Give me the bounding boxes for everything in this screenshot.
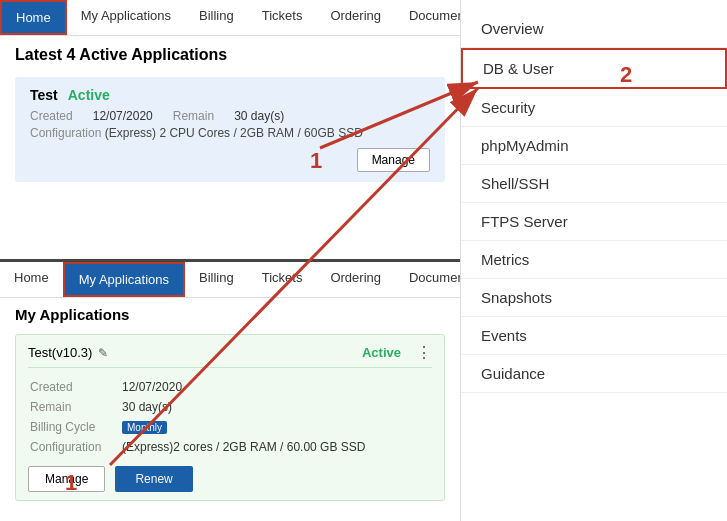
nav-my-applications-top[interactable]: My Applications <box>67 0 185 35</box>
nav-my-applications-bottom[interactable]: My Applications <box>63 262 185 297</box>
top-section-title: Latest 4 Active Applications <box>0 36 460 72</box>
config-value-top: (Express) 2 CPU Cores / 2GB RAM / 60GB S… <box>105 126 363 140</box>
created-value-top: 12/07/2020 <box>93 109 153 123</box>
card-actions: Manage Renew <box>28 466 432 492</box>
app-card-top: Test Active Created 12/07/2020 Remain 30… <box>15 77 445 182</box>
page-wrapper: Home My Applications Billing Tickets Ord… <box>0 0 727 521</box>
created-value-bottom: 12/07/2020 <box>122 378 430 396</box>
menu-item-ftps-server[interactable]: FTPS Server <box>461 203 727 241</box>
billing-label-bottom: Billing Cycle <box>30 418 120 436</box>
renew-button[interactable]: Renew <box>115 466 192 492</box>
table-row-remain: Remain 30 day(s) <box>30 398 430 416</box>
edit-icon[interactable]: ✎ <box>98 346 108 360</box>
left-panel: Home My Applications Billing Tickets Ord… <box>0 0 460 521</box>
table-row-config: Configuration (Express)2 cores / 2GB RAM… <box>30 438 430 456</box>
menu-item-db-user[interactable]: DB & User <box>461 48 727 89</box>
remain-value-bottom: 30 day(s) <box>122 398 430 416</box>
remain-value-top: 30 day(s) <box>234 109 284 123</box>
table-row-created: Created 12/07/2020 <box>30 378 430 396</box>
app-info-created-top: Created 12/07/2020 Remain 30 day(s) <box>30 109 430 123</box>
nav-tickets-bottom[interactable]: Tickets <box>248 262 317 297</box>
monthly-badge: Monthly <box>122 421 167 434</box>
menu-item-snapshots[interactable]: Snapshots <box>461 279 727 317</box>
remain-label-bottom: Remain <box>30 398 120 416</box>
created-label-bottom: Created <box>30 378 120 396</box>
menu-item-guidance[interactable]: Guidance <box>461 355 727 393</box>
menu-item-phpmyadmin[interactable]: phpMyAdmin <box>461 127 727 165</box>
manage-btn-row-top: Manage <box>30 148 430 172</box>
detail-table: Created 12/07/2020 Remain 30 day(s) Bill… <box>28 376 432 458</box>
menu-item-overview[interactable]: Overview <box>461 10 727 48</box>
app-name-bottom: Test(v10.3) <box>28 345 92 360</box>
nav-home-bottom[interactable]: Home <box>0 262 63 297</box>
app-name-edit: Test(v10.3) ✎ <box>28 345 108 360</box>
nav-docs-bottom[interactable]: Documenta... <box>395 262 460 297</box>
menu-item-events[interactable]: Events <box>461 317 727 355</box>
manage-button-bottom[interactable]: Manage <box>28 466 105 492</box>
config-value-bottom: (Express)2 cores / 2GB RAM / 60.00 GB SS… <box>122 438 430 456</box>
card-header-right: Active ⋮ <box>362 343 432 362</box>
remain-label-top: Remain <box>173 109 214 123</box>
top-section: Home My Applications Billing Tickets Ord… <box>0 0 460 262</box>
app-card-bottom: Test(v10.3) ✎ Active ⋮ Created 12/07/202… <box>15 334 445 501</box>
menu-item-security[interactable]: Security <box>461 89 727 127</box>
config-label-top: Configuration <box>30 126 101 140</box>
config-label-bottom: Configuration <box>30 438 120 456</box>
app-header-top: Test Active <box>30 87 430 103</box>
nav-billing-bottom[interactable]: Billing <box>185 262 248 297</box>
app-status-bottom: Active <box>362 345 401 360</box>
card-header-bottom: Test(v10.3) ✎ Active ⋮ <box>28 343 432 368</box>
right-panel: Overview DB & User Security phpMyAdmin S… <box>460 0 727 521</box>
nav-docs-top[interactable]: Documenta... <box>395 0 460 35</box>
bottom-section-title: My Applications <box>0 298 460 329</box>
panels: Home My Applications Billing Tickets Ord… <box>0 0 727 521</box>
nav-ordering-top[interactable]: Ordering <box>316 0 395 35</box>
nav-home-top[interactable]: Home <box>0 0 67 35</box>
config-row-top: Configuration (Express) 2 CPU Cores / 2G… <box>30 126 430 140</box>
nav-ordering-bottom[interactable]: Ordering <box>316 262 395 297</box>
manage-button-top[interactable]: Manage <box>357 148 430 172</box>
created-label-top: Created <box>30 109 73 123</box>
app-status-top: Active <box>68 87 110 103</box>
top-nav-bar: Home My Applications Billing Tickets Ord… <box>0 0 460 36</box>
bottom-nav-bar: Home My Applications Billing Tickets Ord… <box>0 262 460 298</box>
table-row-billing: Billing Cycle Monthly <box>30 418 430 436</box>
menu-item-shell-ssh[interactable]: Shell/SSH <box>461 165 727 203</box>
billing-value-bottom: Monthly <box>122 418 430 436</box>
nav-tickets-top[interactable]: Tickets <box>248 0 317 35</box>
nav-billing-top[interactable]: Billing <box>185 0 248 35</box>
app-name-top: Test <box>30 87 58 103</box>
menu-item-metrics[interactable]: Metrics <box>461 241 727 279</box>
dots-menu[interactable]: ⋮ <box>416 343 432 362</box>
bottom-section: Home My Applications Billing Tickets Ord… <box>0 262 460 521</box>
